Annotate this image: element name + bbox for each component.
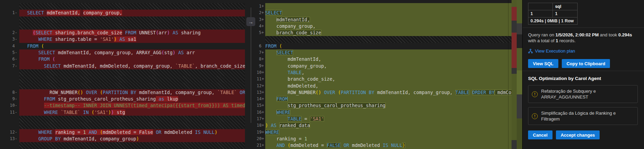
diff-spacer-line (0, 83, 245, 89)
line-number: 2+ (257, 10, 265, 16)
code-line[interactable]: 6- FROM ( (0, 56, 245, 62)
code-line[interactable]: 7- SELECT mdmTenantId, mdmDeleted, compa… (0, 63, 245, 69)
code-line-text: SELECT mdmTenantId, company_group, (19, 10, 245, 16)
line-number (0, 23, 19, 30)
revert-arrow-icon[interactable]: → (246, 17, 255, 26)
divider (523, 71, 644, 71)
code-line[interactable]: 11+ branch_code_size, (257, 76, 522, 82)
optimization-section-title: SQL Optimization by Carol Agent (528, 76, 638, 81)
code-line-text (265, 3, 522, 10)
line-number: 1+ (257, 3, 265, 10)
line-number (0, 116, 19, 122)
diff-spacer-line (0, 16, 245, 23)
overview-ruler[interactable] (512, 0, 517, 149)
code-line[interactable]: 7+ SELECT (257, 49, 522, 56)
code-line[interactable]: 13+ ROW_NUMBER() OVER (PARTITION BY mdmT… (257, 89, 522, 96)
line-number: 6 (257, 43, 265, 49)
code-line[interactable]: 14+ FROM (257, 96, 522, 102)
code-line[interactable]: 13- GROUP BY mdmTenantId, company_group) (0, 136, 245, 142)
line-number: 8- (0, 89, 19, 96)
code-line-text: SELECT mdmTenantId, mdmDeleted, company_… (19, 63, 245, 69)
line-number: 13+ (257, 89, 265, 96)
code-line-text: FROM ( (265, 43, 522, 49)
code-line[interactable]: 15+ stg_protheus_carol_protheus_sharing (257, 102, 522, 109)
code-line[interactable]: 10- --timestamp-- INNER JOIN UNNEST(time… (0, 102, 245, 109)
line-number: 9- (0, 96, 19, 102)
code-line[interactable]: 10+ TABLE, (257, 69, 522, 76)
optimization-item-label: Simplificação da Lógica de Ranking e Fil… (541, 110, 634, 122)
ruler-mark (512, 21, 517, 33)
code-line[interactable]: 3+ mdmTenantId, (257, 16, 522, 23)
diff-spacer-line (0, 69, 245, 76)
optimization-item[interactable]: ! Refatoração de Subquery e ARRAY_AGG/UN… (528, 85, 638, 103)
code-line[interactable]: 1+ (257, 3, 522, 10)
code-line-text: company_group, (265, 23, 522, 30)
copy-to-clipboard-button[interactable]: Copy to Clipboard (562, 59, 610, 68)
code-line[interactable]: 2+SELECT (257, 10, 522, 16)
code-line[interactable]: 3- WHERE sharing.table = 'SA1') AS sa1 (0, 36, 245, 43)
ruler-mark (517, 94, 522, 118)
code-line-text: company_group, (265, 63, 522, 69)
results-sidebar: sql 1 1 0.294s | 0MiB | 1 Row Query ran … (522, 0, 644, 149)
code-line-text (19, 16, 245, 23)
code-line[interactable]: 4FROM ( (0, 43, 245, 49)
ruler-mark (517, 23, 522, 34)
code-line[interactable]: 9+ company_group, (257, 63, 522, 69)
code-line-text: ROW_NUMBER() OVER (PARTITION BY mdmTenan… (19, 89, 245, 96)
column-ruler (508, 0, 508, 149)
code-line-text: FROM stg_protheus_carol_protheus_sharing… (19, 96, 245, 102)
code-line[interactable]: 12+ mdmDeleted, (257, 83, 522, 89)
line-number: 1- (0, 10, 19, 16)
code-line[interactable]: 4+ company_group, (257, 23, 522, 30)
cancel-button[interactable]: Cancel (528, 130, 552, 139)
code-line[interactable]: 6FROM ( (257, 43, 522, 49)
view-execution-plan-link[interactable]: View Execution plan (528, 48, 638, 54)
code-line-text: branch_code_size, (265, 76, 522, 82)
query-summary-text: records. (558, 38, 576, 43)
code-line[interactable]: 16+ WHERE (257, 109, 522, 116)
line-number: 8+ (257, 56, 265, 62)
code-line-text (19, 116, 245, 122)
code-line[interactable]: 17+ TABLE = 'SA1' (257, 116, 522, 122)
ruler-mark (517, 48, 522, 70)
ruler-mark (517, 34, 522, 48)
line-number: 5+ (257, 30, 265, 36)
code-line[interactable]: 19+WHERE (257, 129, 522, 136)
line-number (0, 76, 19, 82)
code-line[interactable]: 18+) AS ranked_data (257, 122, 522, 129)
code-line[interactable]: 5- SELECT mdmTenantId, company_group, AR… (0, 49, 245, 56)
line-number: 3- (0, 36, 19, 43)
code-line-text: mdmTenantId, (265, 16, 522, 23)
code-line[interactable]: 12- WHERE ranking = 1 AND (mdmDeleted = … (0, 129, 245, 136)
code-line-text: SELECT (265, 10, 522, 16)
ruler-mark (517, 70, 522, 94)
line-number: 6- (0, 56, 19, 62)
code-line[interactable]: 8- ROW_NUMBER() OVER (PARTITION BY mdmTe… (0, 89, 245, 96)
original-code-pane: 1-SELECT mdmTenantId, company_group,2- (… (0, 0, 245, 149)
code-line-text: branch_code_size (265, 30, 522, 36)
optimization-item[interactable]: ! Simplificação da Lógica de Ranking e F… (528, 107, 638, 125)
line-number: 11- (0, 109, 19, 116)
accept-changes-button[interactable]: Accept changes (556, 130, 600, 139)
code-line-text: ROW_NUMBER() OVER (PARTITION BY mdmTenan… (265, 89, 522, 96)
code-line[interactable]: 21+ AND (mdmDeleted = FALSE OR mdmDelete… (257, 142, 522, 149)
results-row-value: 1 (553, 10, 577, 18)
code-line-text: (SELECT sharing.branch_code_size FROM UN… (19, 30, 245, 36)
line-number: 21+ (257, 142, 265, 149)
query-summary: Query ran on 1/5/2026, 2:00:02 PM and to… (528, 32, 638, 44)
ruler-mark (512, 140, 517, 149)
code-line[interactable]: 2- (SELECT sharing.branch_code_size FROM… (0, 30, 245, 36)
diff-spacer-line (0, 116, 245, 122)
code-line[interactable]: 9- FROM stg_protheus_carol_protheus_shar… (0, 96, 245, 102)
code-line[interactable]: 8+ mdmTenantId, (257, 56, 522, 62)
minimap[interactable] (517, 0, 522, 149)
code-line[interactable]: 11- WHERE `TABLE` IN ('SA1')) stg (0, 109, 245, 116)
code-line[interactable]: 20+ ranking = 1 (257, 136, 522, 142)
view-sql-button[interactable]: View SQL (528, 59, 558, 68)
line-number: 13- (0, 136, 19, 142)
query-results-table: sql 1 1 0.294s | 0MiB | 1 Row (528, 3, 578, 25)
code-line[interactable]: 5+ branch_code_size (257, 30, 522, 36)
code-line-text (19, 69, 245, 76)
line-number: 4+ (257, 23, 265, 30)
code-line[interactable]: 1-SELECT mdmTenantId, company_group, (0, 10, 245, 16)
